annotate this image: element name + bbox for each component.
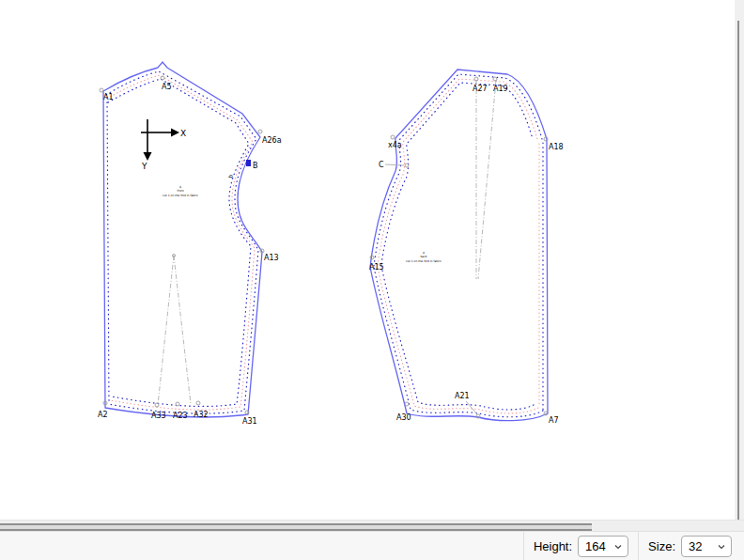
back-dart-lines bbox=[476, 80, 496, 279]
height-value: 164 bbox=[585, 539, 606, 553]
point-label-a18: A18 bbox=[549, 143, 564, 151]
size-value: 32 bbox=[689, 539, 702, 553]
point-label-a2: A2 bbox=[98, 411, 108, 419]
point-label-a15: A15 bbox=[369, 263, 384, 272]
point-label-a23: A23 bbox=[173, 412, 188, 420]
front-point-markers bbox=[100, 76, 264, 414]
chevron-down-icon bbox=[613, 542, 623, 552]
size-combobox[interactable]: 32 bbox=[681, 536, 732, 557]
point-label-a1: A1 bbox=[103, 93, 114, 101]
svg-text:front: front bbox=[177, 189, 184, 193]
pattern-canvas[interactable]: A1 A5 A26a B b A13 A2 A33 A23 A32 A31 A … bbox=[0, 0, 735, 520]
point-label-x4a: x4a bbox=[388, 141, 402, 149]
back-piece[interactable]: A27 A19 A18 x4a C A15 A21 A30 A7 A back … bbox=[369, 70, 564, 425]
front-dart-lines bbox=[158, 256, 191, 405]
size-label: Size: bbox=[648, 539, 675, 553]
point-label-a5: A5 bbox=[162, 83, 172, 91]
pattern-drawing: A1 A5 A26a B b A13 A2 A33 A23 A32 A31 A … bbox=[0, 0, 735, 520]
selected-point-marker-b[interactable] bbox=[246, 160, 251, 166]
point-label-a19: A19 bbox=[493, 85, 508, 93]
point-label-a30: A30 bbox=[396, 413, 411, 422]
point-label-a27: A27 bbox=[473, 85, 488, 93]
seam-allowance-dots-blue-outer bbox=[374, 74, 543, 417]
vertical-scrollbar-thumb[interactable] bbox=[737, 21, 739, 520]
svg-text:cut 1 on the fold in fabric: cut 1 on the fold in fabric bbox=[163, 194, 198, 197]
axis-indicator: X Y bbox=[141, 119, 186, 171]
seam-allowance-dots-pink bbox=[378, 79, 539, 413]
svg-text:cut 1 on the fold in fabric: cut 1 on the fold in fabric bbox=[406, 259, 442, 263]
point-label-a31: A31 bbox=[242, 417, 257, 426]
horizontal-scrollbar-thumb[interactable] bbox=[0, 523, 592, 531]
point-label-a21: A21 bbox=[455, 392, 470, 400]
point-label-a13: A13 bbox=[264, 254, 279, 262]
height-combobox[interactable]: 164 bbox=[578, 536, 628, 557]
chevron-down-icon bbox=[717, 542, 726, 552]
y-axis-arrow-icon bbox=[144, 152, 152, 161]
vertical-scrollbar[interactable] bbox=[735, 0, 744, 520]
x-axis-label: X bbox=[180, 129, 186, 138]
back-piece-annotation: A back cut 1 on the fold in fabric bbox=[406, 251, 442, 263]
back-piece-outline bbox=[370, 70, 548, 421]
back-point-markers bbox=[370, 77, 548, 418]
point-label-a33: A33 bbox=[151, 412, 166, 420]
pattern-cad-window: A1 A5 A26a B b A13 A2 A33 A23 A32 A31 A … bbox=[0, 0, 744, 560]
point-label-b-small: b bbox=[226, 174, 234, 179]
point-label-a26a: A26a bbox=[262, 136, 282, 145]
seam-allowance-dots-blue-inner bbox=[381, 83, 534, 410]
height-label: Height: bbox=[534, 539, 572, 553]
point-label-a7: A7 bbox=[549, 416, 559, 425]
front-piece[interactable]: A1 A5 A26a B b A13 A2 A33 A23 A32 A31 A … bbox=[98, 62, 282, 426]
height-group: Height: 164 bbox=[524, 536, 638, 557]
svg-text:back: back bbox=[420, 255, 426, 258]
front-piece-annotation: A front cut 1 on the fold in fabric bbox=[163, 185, 198, 197]
y-axis-label: Y bbox=[141, 162, 147, 171]
point-label-c: C bbox=[379, 161, 384, 169]
seam-allowance-dots-blue-inner bbox=[108, 79, 251, 406]
point-label-b: B bbox=[253, 162, 258, 170]
point-label-a32: A32 bbox=[194, 411, 209, 419]
size-group: Size: 32 bbox=[639, 536, 744, 557]
status-bar: Height: 164 Size: 32 bbox=[0, 531, 744, 560]
c-point-leader-line bbox=[385, 164, 404, 165]
x-axis-arrow-icon bbox=[171, 129, 179, 137]
seam-allowance-dots-pink bbox=[107, 75, 255, 410]
